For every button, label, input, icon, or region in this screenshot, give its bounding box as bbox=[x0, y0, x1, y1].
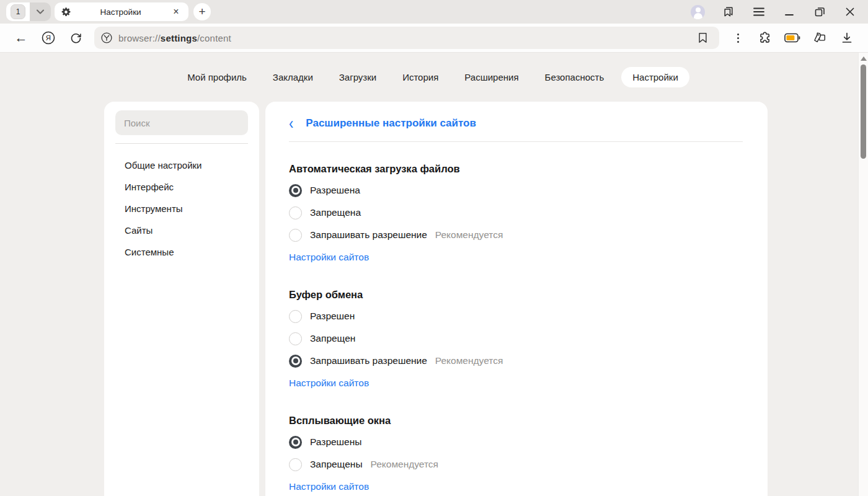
yandex-home-button[interactable]: Я bbox=[36, 27, 61, 48]
section-heading: Автоматическая загрузка файлов bbox=[289, 163, 743, 175]
radio-row: Разрешен bbox=[289, 309, 743, 323]
tab-title: Настройки bbox=[71, 7, 170, 17]
radio-label[interactable]: Разрешена bbox=[310, 185, 360, 196]
radio-row: Запрещен bbox=[289, 332, 743, 345]
tab-close-icon[interactable]: × bbox=[170, 6, 182, 17]
extensions-button[interactable] bbox=[753, 27, 777, 48]
radio-unselected[interactable] bbox=[289, 310, 302, 323]
page-title[interactable]: Расширенные настройки сайтов bbox=[306, 117, 476, 130]
site-settings-link[interactable]: Настройки сайтов bbox=[289, 481, 369, 492]
recommended-hint: Рекомендуется bbox=[435, 229, 503, 241]
reload-icon bbox=[69, 32, 82, 45]
section-heading: Всплывающие окна bbox=[289, 415, 743, 427]
radio-unselected[interactable] bbox=[289, 229, 302, 242]
minimize-icon bbox=[785, 7, 794, 16]
settings-content: ‹ Расширенные настройки сайтов Автоматич… bbox=[265, 102, 768, 496]
back-button[interactable]: ← bbox=[9, 27, 33, 48]
tab-list-dropdown-button[interactable] bbox=[30, 2, 51, 21]
toolbar: ← Я browser://settings/content bbox=[0, 24, 868, 53]
sidebar-item-system[interactable]: Системные bbox=[115, 241, 248, 263]
yandex-logo-icon: Я bbox=[41, 30, 56, 45]
more-actions-button[interactable] bbox=[725, 27, 750, 48]
tab-count-button[interactable]: 1 bbox=[6, 2, 30, 21]
menu-button[interactable] bbox=[752, 5, 766, 19]
url-text: browser://settings/content bbox=[118, 33, 231, 43]
tab-group-control: 1 bbox=[6, 2, 51, 21]
scrollbar-up-arrow[interactable] bbox=[861, 56, 867, 61]
close-window-button[interactable] bbox=[843, 5, 857, 19]
radio-unselected[interactable] bbox=[289, 458, 302, 471]
radio-label[interactable]: Запрашивать разрешение bbox=[310, 355, 427, 366]
tab-history[interactable]: История bbox=[394, 67, 447, 87]
radio-row: Запрашивать разрешение Рекомендуется bbox=[289, 228, 743, 242]
address-bar[interactable]: browser://settings/content bbox=[94, 27, 719, 49]
radio-row: Запрашивать разрешение Рекомендуется bbox=[289, 354, 743, 368]
site-settings-link[interactable]: Настройки сайтов bbox=[289, 252, 369, 263]
scrollbar-thumb[interactable] bbox=[861, 64, 866, 159]
bookmarks-stack-icon bbox=[722, 6, 735, 18]
battery-saver-button[interactable] bbox=[780, 27, 805, 48]
sidebar-item-tools[interactable]: Инструменты bbox=[115, 198, 248, 219]
puzzle-icon bbox=[758, 31, 772, 45]
svg-text:Я: Я bbox=[46, 34, 51, 42]
back-chevron-icon[interactable]: ‹ bbox=[289, 115, 293, 132]
tab-my-profile[interactable]: Мой профиль bbox=[179, 67, 255, 87]
radio-row: Запрещены Рекомендуется bbox=[289, 458, 743, 471]
sidebar-item-general[interactable]: Общие настройки bbox=[115, 154, 248, 176]
site-browser-icon bbox=[100, 32, 113, 44]
tab-downloads[interactable]: Загрузки bbox=[330, 67, 385, 87]
kebab-menu-icon bbox=[737, 33, 739, 43]
restore-button[interactable] bbox=[813, 5, 826, 19]
close-icon bbox=[846, 7, 854, 16]
browser-tab-settings[interactable]: Настройки × bbox=[55, 2, 188, 21]
gear-icon bbox=[61, 7, 71, 17]
add-bookmark-button[interactable] bbox=[692, 29, 713, 47]
radio-unselected[interactable] bbox=[289, 332, 302, 345]
tab-settings[interactable]: Настройки bbox=[621, 67, 689, 87]
radio-selected[interactable] bbox=[289, 355, 302, 368]
page-scrollbar[interactable] bbox=[858, 53, 868, 496]
tabs-sync-button[interactable] bbox=[807, 27, 832, 48]
radio-label[interactable]: Запрашивать разрешение bbox=[310, 229, 427, 241]
radio-label[interactable]: Разрешен bbox=[310, 311, 355, 322]
radio-label[interactable]: Запрещена bbox=[310, 207, 361, 218]
section-popups: Всплывающие окна Разрешены Запрещены Рек… bbox=[289, 415, 743, 492]
new-tab-button[interactable]: + bbox=[193, 3, 211, 20]
radio-selected[interactable] bbox=[289, 184, 302, 197]
downloads-button[interactable] bbox=[835, 27, 859, 48]
radio-label[interactable]: Запрещены bbox=[310, 459, 363, 470]
reload-button[interactable] bbox=[63, 27, 88, 48]
restore-icon bbox=[815, 7, 825, 17]
section-clipboard: Буфер обмена Разрешен Запрещен Запрашива… bbox=[289, 289, 743, 389]
tab-extensions[interactable]: Расширения bbox=[456, 67, 527, 87]
settings-nav-tabs: Мой профиль Закладки Загрузки История Ра… bbox=[0, 53, 868, 102]
site-settings-link[interactable]: Настройки сайтов bbox=[289, 378, 369, 389]
radio-row: Запрещена bbox=[289, 206, 743, 219]
recommended-hint: Рекомендуется bbox=[435, 355, 503, 366]
tab-security[interactable]: Безопасность bbox=[536, 67, 613, 87]
header-divider bbox=[289, 141, 743, 142]
tab-count-badge: 1 bbox=[11, 4, 25, 19]
sidebar-divider bbox=[115, 143, 248, 144]
bookmarks-panel-button[interactable] bbox=[722, 5, 735, 19]
radio-row: Разрешены bbox=[289, 435, 743, 449]
profile-avatar[interactable] bbox=[691, 5, 705, 19]
section-auto-download: Автоматическая загрузка файлов Разрешена… bbox=[289, 163, 743, 263]
sidebar-item-sites[interactable]: Сайты bbox=[115, 219, 248, 241]
sidebar-item-interface[interactable]: Интерфейс bbox=[115, 176, 248, 198]
battery-icon bbox=[784, 33, 800, 43]
radio-row: Разрешена bbox=[289, 184, 743, 197]
radio-unselected[interactable] bbox=[289, 206, 302, 219]
titlebar: 1 Настройки × + bbox=[0, 0, 868, 24]
radio-selected[interactable] bbox=[289, 436, 302, 449]
search-input[interactable] bbox=[115, 110, 248, 135]
settings-sidebar: Общие настройки Интерфейс Инструменты Са… bbox=[104, 102, 259, 496]
radio-label[interactable]: Разрешены bbox=[310, 436, 361, 448]
minimize-button[interactable] bbox=[782, 5, 796, 19]
tab-bookmarks[interactable]: Закладки bbox=[264, 67, 322, 87]
chevron-down-icon bbox=[37, 9, 44, 14]
section-heading: Буфер обмена bbox=[289, 289, 743, 301]
radio-label[interactable]: Запрещен bbox=[310, 333, 355, 344]
bookmark-flag-icon bbox=[698, 32, 708, 43]
download-icon bbox=[841, 32, 853, 44]
